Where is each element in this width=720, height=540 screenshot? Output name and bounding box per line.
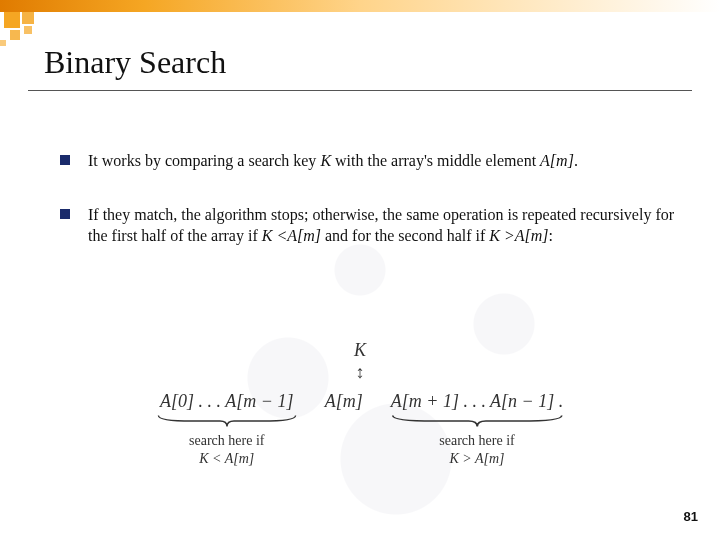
bullet-square-icon (60, 155, 70, 165)
title-underline (28, 90, 692, 91)
right-array-range: A[m + 1] . . . A[n − 1] . (391, 391, 563, 412)
content-area: It works by comparing a search key K wit… (60, 150, 680, 279)
left-array-range: A[0] . . . A[m − 1] (160, 391, 293, 412)
diagram-right-half: A[m + 1] . . . A[n − 1] . search here if… (391, 391, 563, 467)
binary-search-diagram: K ↕ A[0] . . . A[m − 1] search here if K… (0, 340, 720, 467)
right-caption: search here if K > A[m] (439, 432, 514, 467)
bullet-item: It works by comparing a search key K wit… (60, 150, 680, 172)
underbrace-icon (157, 414, 297, 428)
slide-title: Binary Search (44, 44, 226, 81)
bullet-text: If they match, the algorithm stops; othe… (88, 204, 680, 247)
diagram-key-K: K (0, 340, 720, 361)
left-caption: search here if K < A[m] (189, 432, 264, 467)
diagram-middle: A[m] (325, 391, 363, 412)
middle-element: A[m] (325, 391, 363, 412)
diagram-left-half: A[0] . . . A[m − 1] search here if K < A… (157, 391, 297, 467)
bullet-square-icon (60, 209, 70, 219)
bullet-item: If they match, the algorithm stops; othe… (60, 204, 680, 247)
bullet-text: It works by comparing a search key K wit… (88, 150, 680, 172)
top-accent-bar (0, 0, 720, 12)
updown-arrow-icon: ↕ (0, 363, 720, 381)
page-number: 81 (684, 509, 698, 524)
underbrace-icon (391, 414, 563, 428)
